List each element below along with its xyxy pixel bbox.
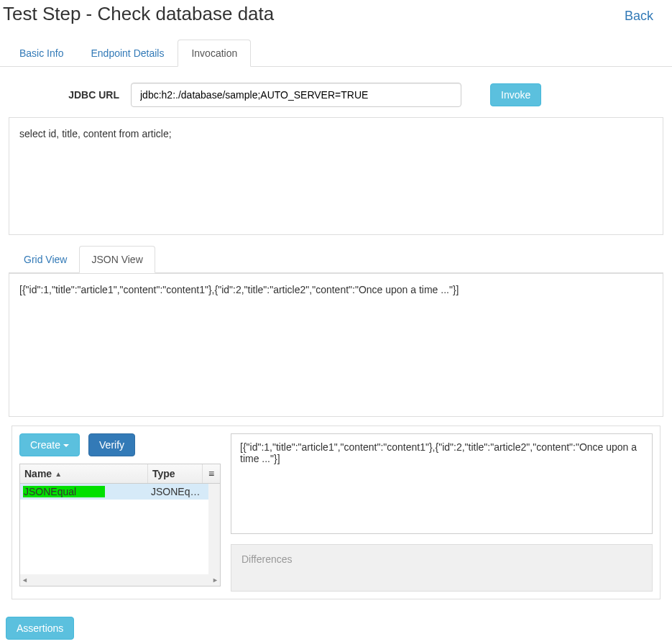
create-button-label: Create — [30, 439, 60, 451]
assertion-name-cell: JSONEqual — [23, 486, 105, 497]
verify-button[interactable]: Verify — [88, 433, 135, 456]
back-link[interactable]: Back — [625, 9, 666, 24]
hamburger-icon: ≡ — [208, 468, 214, 479]
horizontal-scrollbar[interactable]: ◄ ► — [20, 574, 220, 586]
sort-asc-icon: ▲ — [55, 470, 62, 478]
scroll-right-icon: ► — [212, 576, 218, 584]
differences-box: Differences — [231, 544, 653, 592]
json-result-box[interactable]: [{"id":1,"title":"article1","content":"c… — [9, 273, 663, 417]
view-tabs: Grid View JSON View — [9, 246, 663, 273]
tab-grid-view[interactable]: Grid View — [11, 246, 79, 273]
vertical-scrollbar[interactable] — [208, 484, 220, 574]
top-tabs: Basic Info Endpoint Details Invocation — [0, 40, 672, 67]
tab-json-view[interactable]: JSON View — [79, 246, 155, 273]
grid-menu-button[interactable]: ≡ — [203, 464, 220, 483]
table-row[interactable]: JSONEqual JSONEq… — [20, 484, 208, 500]
column-header-name-label: Name — [24, 468, 52, 479]
column-header-name[interactable]: Name ▲ — [20, 464, 148, 483]
assertions-button[interactable]: Assertions — [6, 617, 74, 640]
jdbc-url-label: JDBC URL — [9, 89, 131, 101]
sql-textarea[interactable]: select id, title, content from article; — [9, 117, 663, 235]
column-header-type[interactable]: Type — [148, 464, 203, 483]
page-title: Test Step - Check database data — [3, 3, 274, 25]
assertions-grid: Name ▲ Type ≡ JSONEqual JSONEq… — [19, 464, 221, 586]
tab-invocation[interactable]: Invocation — [178, 40, 251, 67]
scroll-left-icon: ◄ — [22, 576, 28, 584]
assertion-type-cell: JSONEq… — [148, 484, 208, 500]
tab-basic-info[interactable]: Basic Info — [6, 40, 77, 67]
expected-value-box[interactable]: [{"id":1,"title":"article1","content":"c… — [231, 433, 653, 534]
assertions-panel: Create Verify Name ▲ Type ≡ — [11, 426, 661, 599]
invoke-button[interactable]: Invoke — [490, 83, 541, 106]
create-button[interactable]: Create — [19, 433, 80, 456]
chevron-down-icon — [63, 444, 69, 447]
tab-endpoint-details[interactable]: Endpoint Details — [77, 40, 178, 67]
jdbc-url-input[interactable] — [131, 83, 461, 107]
